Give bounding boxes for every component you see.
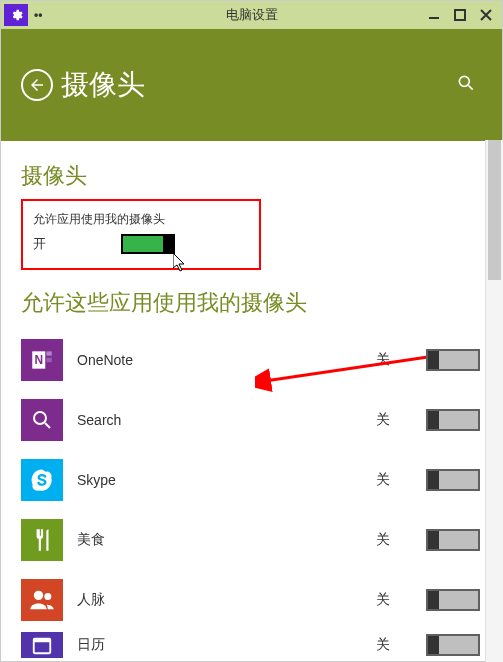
gear-icon: [9, 8, 23, 22]
svg-rect-7: [46, 351, 51, 355]
svg-point-11: [34, 591, 43, 600]
app-row-skype: Skype 关: [21, 450, 480, 510]
camera-toggle[interactable]: [121, 234, 175, 254]
close-button[interactable]: [480, 9, 492, 21]
app-name: OneNote: [77, 352, 376, 368]
app-toggle-calendar[interactable]: [426, 634, 480, 656]
svg-point-2: [459, 76, 469, 86]
svg-point-10: [34, 412, 46, 424]
titlebar: •• 电脑设置: [1, 1, 502, 29]
svg-rect-9: [46, 364, 51, 368]
app-row-people: 人脉 关: [21, 570, 480, 630]
highlight-annotation: 允许应用使用我的摄像头 开: [21, 199, 261, 270]
back-arrow-icon: [28, 76, 46, 94]
minimize-button[interactable]: [428, 9, 440, 21]
people-icon: [21, 579, 63, 621]
cursor-icon: [173, 253, 189, 277]
app-toggle-skype[interactable]: [426, 469, 480, 491]
app-toggle-state: 关: [376, 351, 426, 369]
svg-text:N: N: [34, 353, 43, 367]
app-toggle-people[interactable]: [426, 589, 480, 611]
skype-icon: [21, 459, 63, 501]
food-icon: [21, 519, 63, 561]
settings-window: •• 电脑设置 摄像头 摄像头 允许应用使用我的摄像头 开: [0, 0, 503, 662]
app-name: 人脉: [77, 591, 376, 609]
app-row-food: 美食 关: [21, 510, 480, 570]
app-toggle-state: 关: [376, 531, 426, 549]
svg-rect-0: [429, 17, 439, 19]
calendar-icon: [21, 632, 63, 658]
search-app-icon: [21, 399, 63, 441]
svg-rect-14: [34, 639, 51, 643]
camera-permission-label: 允许应用使用我的摄像头: [33, 211, 249, 228]
app-name: 日历: [77, 636, 376, 654]
app-row-calendar: 日历 关: [21, 630, 480, 660]
app-icon: [4, 4, 28, 26]
search-icon: [456, 73, 476, 93]
app-toggle-search[interactable]: [426, 409, 480, 431]
app-toggle-state: 关: [376, 471, 426, 489]
app-name: Search: [77, 412, 376, 428]
app-toggle-food[interactable]: [426, 529, 480, 551]
window-title: 电脑设置: [226, 6, 278, 24]
app-row-search: Search 关: [21, 390, 480, 450]
camera-toggle-row: 开: [33, 234, 249, 254]
svg-point-12: [44, 593, 51, 600]
section-apps-title: 允许这些应用使用我的摄像头: [21, 288, 502, 318]
search-button[interactable]: [450, 67, 482, 104]
onenote-icon: N: [21, 339, 63, 381]
app-row-onenote: N OneNote 关: [21, 330, 480, 390]
svg-rect-8: [46, 358, 51, 362]
app-list: N OneNote 关 Search 关 Skype 关 美食 关: [21, 330, 502, 660]
page-header: 摄像头: [1, 29, 502, 141]
section-camera-title: 摄像头: [21, 161, 502, 191]
scroll-thumb[interactable]: [488, 140, 501, 280]
window-controls: [428, 9, 502, 21]
content-area: 摄像头 允许应用使用我的摄像头 开 允许这些应用使用我的摄像头 N OneNot…: [1, 141, 502, 661]
app-name: Skype: [77, 472, 376, 488]
page-title: 摄像头: [61, 66, 145, 104]
app-toggle-state: 关: [376, 636, 426, 654]
app-name: 美食: [77, 531, 376, 549]
app-toggle-onenote[interactable]: [426, 349, 480, 371]
scrollbar[interactable]: [485, 140, 503, 662]
app-toggle-state: 关: [376, 591, 426, 609]
app-toggle-state: 关: [376, 411, 426, 429]
maximize-button[interactable]: [454, 9, 466, 21]
svg-rect-1: [455, 10, 465, 20]
back-button[interactable]: [21, 69, 53, 101]
menu-dots[interactable]: ••: [34, 8, 42, 22]
camera-toggle-state: 开: [33, 235, 121, 253]
